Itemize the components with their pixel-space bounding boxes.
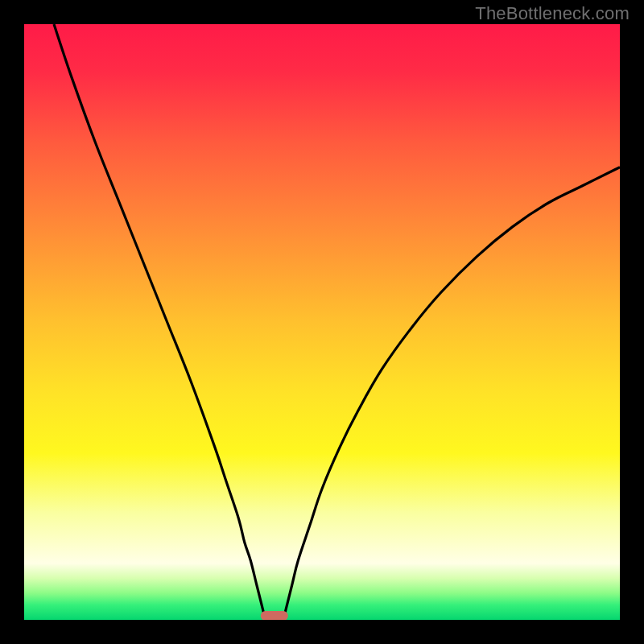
gradient-background [24, 24, 620, 620]
source-watermark: TheBottleneck.com [475, 3, 630, 24]
chart-plot-area [24, 24, 620, 620]
bottleneck-marker [261, 611, 288, 620]
chart-frame: TheBottleneck.com [0, 0, 644, 644]
chart-svg [24, 24, 620, 620]
